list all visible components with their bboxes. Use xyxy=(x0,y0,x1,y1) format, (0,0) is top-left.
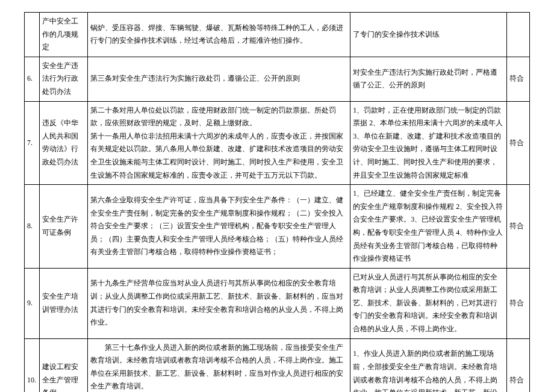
row-num xyxy=(25,13,40,57)
row-eval: 已对从业人员进行与其所从事岗位相应的安全教育培训；从业人员调整工作岗位或采用新工… xyxy=(350,268,507,338)
table-row: 8. 安全生产许可证条例 第六条企业取得安全生产许可证，应当具备下列安全生产条件… xyxy=(25,185,530,269)
table-row: 6. 安全生产违法行为行政处罚办法 第三条对安全生产违法行为实施行政处罚，遵循公… xyxy=(25,57,530,101)
row-main: 第十九条生产经营单位应当对从业人员进行与其所从事岗位相应的安全教育培训；从业人员… xyxy=(87,268,350,338)
table-row: 9. 安全生产培训管理办法 第十九条生产经营单位应当对从业人员进行与其所从事岗位… xyxy=(25,268,530,338)
regulations-table: 产中安全工作的几项规定 锅炉、受压容器、焊接、车辆驾驶、爆破、瓦斯检验等特殊工种… xyxy=(24,12,530,392)
row-eval: 1、已经建立、健全安全生产责任制，制定完备的安全生产规章制度和操作规程 2、安全… xyxy=(350,185,507,269)
row-main: 第六条企业取得安全生产许可证，应当具备下列安全生产条件：（一）建立、健全安全生产… xyxy=(87,185,350,269)
row-eval: 1、罚款时，正在使用财政部门统一制定的罚款票据 2、本单位未招用未满十六周岁的未… xyxy=(350,101,507,185)
row-main: 第三条对安全生产违法行为实施行政处罚，遵循公正、公开的原则 xyxy=(87,57,350,101)
row-result: 符合 xyxy=(507,101,530,185)
row-main: 第三十七条作业人员进入新的岗位或者新的施工现场前，应当接受安全生产教育培训。未经… xyxy=(87,338,350,392)
row-name: 安全生产违法行为行政处罚办法 xyxy=(40,57,88,101)
row-main: 第二十条对用人单位处以罚款，应使用财政部门统一制定的罚款票据。所处罚款，应依照财… xyxy=(87,101,350,185)
row-result xyxy=(507,13,530,57)
table-row: 10. 建设工程安全生产管理条例 第三十七条作业人员进入新的岗位或者新的施工现场… xyxy=(25,338,530,392)
row-name: 产中安全工作的几项规定 xyxy=(40,13,88,57)
row-main: 锅炉、受压容器、焊接、车辆驾驶、爆破、瓦斯检验等特殊工种的工人，必须进行专门的安… xyxy=(87,13,350,57)
row-name: 违反《中华人民共和国劳动法》行政处罚办法 xyxy=(40,101,88,185)
row-result: 符合 xyxy=(507,57,530,101)
table-row: 7. 违反《中华人民共和国劳动法》行政处罚办法 第二十条对用人单位处以罚款，应使… xyxy=(25,101,530,185)
row-eval: 了专门的安全操作技术训练 xyxy=(350,13,507,57)
row-eval: 1、作业人员进入新的岗位或者新的施工现场前，全部接受安全生产教育培训。未经教育培… xyxy=(350,338,507,392)
row-eval: 对安全生产违法行为实施行政处罚时，严格遵循了公正、公开的原则 xyxy=(350,57,507,101)
row-num: 8. xyxy=(25,185,40,269)
row-result: 符合 xyxy=(507,338,530,392)
row-name: 建设工程安全生产管理条例 xyxy=(40,338,88,392)
row-num: 10. xyxy=(25,338,40,392)
row-name: 安全生产培训管理办法 xyxy=(40,268,88,338)
main-line: 第三十七条作业人员进入新的岗位或者新的施工现场前，应当接受安全生产教育培训。未经… xyxy=(90,343,343,391)
row-name: 安全生产许可证条例 xyxy=(40,185,88,269)
row-num: 7. xyxy=(25,101,40,185)
row-result: 符合 xyxy=(507,185,530,269)
table-row: 产中安全工作的几项规定 锅炉、受压容器、焊接、车辆驾驶、爆破、瓦斯检验等特殊工种… xyxy=(25,13,530,57)
row-num: 6. xyxy=(25,57,40,101)
row-num: 9. xyxy=(25,268,40,338)
row-result: 符合 xyxy=(507,268,530,338)
